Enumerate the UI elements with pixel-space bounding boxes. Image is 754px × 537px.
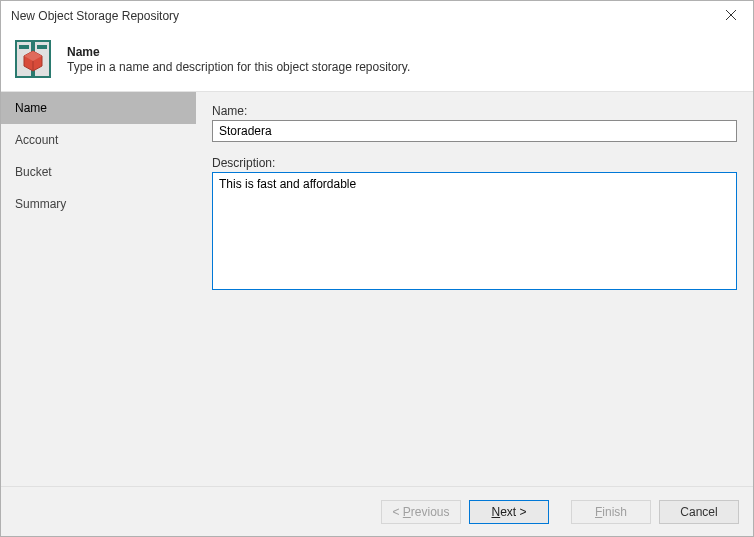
previous-button: < Previous xyxy=(381,500,461,524)
wizard-header: Name Type in a name and description for … xyxy=(1,31,753,91)
description-label: Description: xyxy=(212,156,737,170)
next-button[interactable]: Next > xyxy=(469,500,549,524)
header-text: Name Type in a name and description for … xyxy=(67,45,410,74)
header-title: Name xyxy=(67,45,410,59)
repository-icon xyxy=(13,37,57,81)
steps-sidebar: Name Account Bucket Summary xyxy=(1,92,196,486)
close-icon xyxy=(726,9,736,23)
finish-button: Finish xyxy=(571,500,651,524)
step-account[interactable]: Account xyxy=(1,124,196,156)
step-summary[interactable]: Summary xyxy=(1,188,196,220)
window-title: New Object Storage Repository xyxy=(11,9,708,23)
name-input[interactable] xyxy=(212,120,737,142)
header-subtitle: Type in a name and description for this … xyxy=(67,60,410,74)
cancel-button[interactable]: Cancel xyxy=(659,500,739,524)
wizard-body: Name Account Bucket Summary Name: Descri… xyxy=(1,91,753,486)
step-bucket[interactable]: Bucket xyxy=(1,156,196,188)
form-panel: Name: Description: xyxy=(196,92,753,486)
description-input[interactable] xyxy=(212,172,737,290)
step-name[interactable]: Name xyxy=(1,92,196,124)
close-button[interactable] xyxy=(708,1,753,31)
wizard-window: New Object Storage Repository Name xyxy=(0,0,754,537)
wizard-footer: < Previous Next > Finish Cancel xyxy=(1,486,753,536)
svg-rect-4 xyxy=(19,45,29,49)
name-label: Name: xyxy=(212,104,737,118)
titlebar: New Object Storage Repository xyxy=(1,1,753,31)
svg-rect-5 xyxy=(37,45,47,49)
